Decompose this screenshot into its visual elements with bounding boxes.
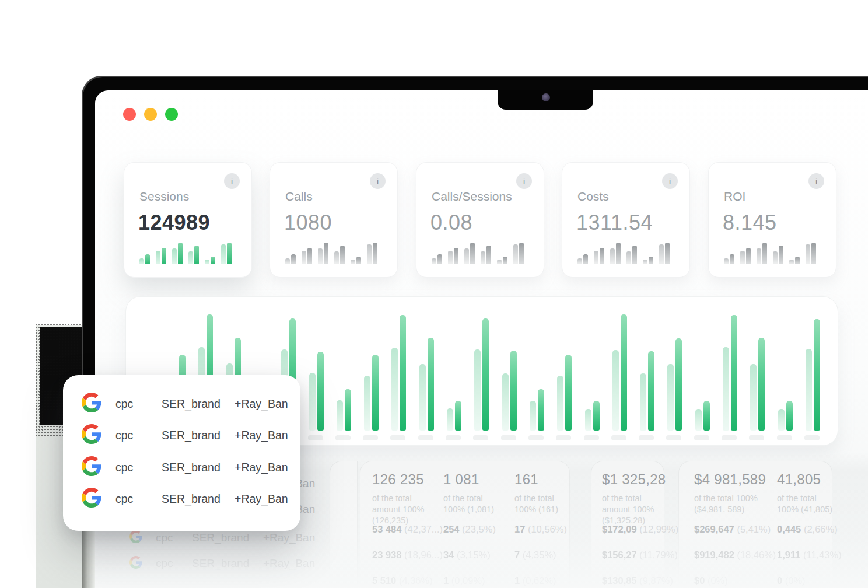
traffic-light-button[interactable] xyxy=(123,108,136,121)
kpi-value: 0.08 xyxy=(430,211,473,235)
info-icon[interactable]: i xyxy=(370,173,386,189)
camera-icon xyxy=(542,93,550,102)
page: i Sessions 124989 i Calls 1080 i Calls/S… xyxy=(0,0,868,588)
stat-column: 41,805 of the total100% (41,805) 0,445 (… xyxy=(777,471,864,515)
google-logo-icon xyxy=(130,530,156,546)
keyword-cell: +Ray_Ban xyxy=(263,557,340,570)
stat-caption-line: of the total xyxy=(602,493,690,504)
keyword-cell: +Ray_Ban xyxy=(235,492,300,506)
kpi-mini-bar-chart xyxy=(432,240,524,264)
stat-breakdown-row: 23 938 (18,96...) xyxy=(372,550,443,561)
keyword-cell: +Ray_Ban xyxy=(235,461,300,474)
keyword-list-item[interactable]: cpc SER_brand +Ray_Ban xyxy=(63,388,300,420)
network-cell: cpc xyxy=(156,557,192,570)
kpi-mini-bar-chart xyxy=(285,240,377,264)
stat-breakdown-row: $156,27 (11,79%) xyxy=(602,550,678,561)
table-row: cpc SER_brand +Ray_Ban xyxy=(130,528,340,548)
stat-breakdown-row: $130,85 (9,87%) xyxy=(602,575,678,586)
stat-caption-line: amount 100% xyxy=(602,504,690,515)
stat-total-caption: of the total100% (161) xyxy=(514,493,602,515)
google-logo-icon xyxy=(82,393,116,415)
table-row: cpc SER_brand +Ray_Ban xyxy=(130,554,340,573)
info-icon[interactable]: i xyxy=(516,173,532,189)
campaign-cell: SER_brand xyxy=(162,461,235,474)
kpi-value: 1311.54 xyxy=(576,211,653,235)
stat-total-value: 161 xyxy=(514,471,602,488)
kpi-value: 8.145 xyxy=(723,211,777,235)
campaign-cell: SER_brand xyxy=(192,557,263,570)
kpi-label: ROI xyxy=(724,190,746,204)
kpi-card[interactable]: i ROI 8.145 xyxy=(708,162,836,278)
keyword-list-item[interactable]: cpc SER_brand +Ray_Ban xyxy=(63,452,300,484)
stat-breakdown-row: 1 (0,62%) xyxy=(514,575,567,586)
network-cell: cpc xyxy=(116,397,162,411)
stat-breakdown-row: 53 484 (42,37...) xyxy=(372,524,443,535)
network-cell: cpc xyxy=(116,461,162,474)
kpi-value: 1080 xyxy=(284,211,332,235)
stat-breakdown-rows: 0,445 (2,66%)1,911 (11,43%)0 (0%) xyxy=(777,524,842,588)
traffic-light-button[interactable] xyxy=(144,108,157,121)
laptop-edge xyxy=(82,527,95,588)
stat-total-value: 41,805 xyxy=(777,471,864,488)
kpi-value: 124989 xyxy=(138,211,210,235)
stat-caption-line: 100% (161) xyxy=(514,504,602,515)
google-logo-icon xyxy=(82,456,116,479)
kpi-label: Calls xyxy=(285,190,313,204)
stat-caption-line: of the total xyxy=(777,493,864,504)
stat-column: 161 of the total100% (161) 17 (10,56%)7 … xyxy=(514,471,602,515)
stat-breakdown-row: $172,09 (12,99%) xyxy=(602,524,678,535)
network-cell: cpc xyxy=(116,492,162,506)
stat-column: $4 981,589 of the total 100%($4,981. 589… xyxy=(694,471,782,515)
keyword-list-card: cpc SER_brand +Ray_Ban cpc SER_brand +Ra… xyxy=(63,375,300,531)
google-logo-icon xyxy=(82,488,116,510)
kpi-card[interactable]: i Costs 1311.54 xyxy=(562,162,690,278)
info-icon[interactable]: i xyxy=(224,173,240,189)
campaign-cell: SER_brand xyxy=(162,397,235,411)
stat-total-caption: of the total100% (41,805) xyxy=(777,493,864,515)
campaign-cell: SER_brand xyxy=(192,531,263,544)
stat-total-value: $4 981,589 xyxy=(694,471,782,488)
kpi-card[interactable]: i Calls/Sessions 0.08 xyxy=(416,162,544,278)
kpi-label: Sessions xyxy=(139,190,189,204)
stat-breakdown-row: 5 510 (4,36%) xyxy=(372,575,443,586)
keyword-cell: +Ray_Ban xyxy=(263,531,340,544)
stat-breakdown-row: 1 (0,09%) xyxy=(443,575,496,586)
google-logo-icon xyxy=(82,424,116,447)
stat-total-value: $1 325,28 xyxy=(602,471,690,488)
stat-breakdown-row: 17 (10,56%) xyxy=(514,524,567,535)
keyword-list-item[interactable]: cpc SER_brand +Ray_Ban xyxy=(63,484,300,516)
kpi-label: Calls/Sessions xyxy=(432,190,512,204)
stat-breakdown-row: 0 (0%) xyxy=(777,575,842,586)
keyword-list-item[interactable]: cpc SER_brand +Ray_Ban xyxy=(63,420,300,452)
kpi-mini-bar-chart xyxy=(139,240,232,264)
kpi-mini-bar-chart xyxy=(578,240,670,264)
stat-caption-line: ($4,981. 589) xyxy=(694,504,782,515)
keyword-cell: +Ray_Ban xyxy=(235,397,300,411)
stat-breakdown-row: 1,911 (11,43%) xyxy=(777,550,842,561)
stat-breakdown-row: $269,647 (5,41%) xyxy=(694,524,776,535)
stat-breakdown-rows: 17 (10,56%)7 (4,35%)1 (0,62%) xyxy=(514,524,567,588)
stat-breakdown-row: 34 (3,15%) xyxy=(443,550,496,561)
stat-caption-line: of the total 100% xyxy=(694,493,782,504)
stat-breakdown-rows: $269,647 (5,41%)$919,482 (18,46%)$0 (0%) xyxy=(694,524,776,588)
network-cell: cpc xyxy=(116,429,162,442)
stat-breakdown-rows: $172,09 (12,99%)$156,27 (11,79%)$130,85 … xyxy=(602,524,678,588)
info-icon[interactable]: i xyxy=(662,173,678,189)
kpi-card[interactable]: i Sessions 124989 xyxy=(124,162,252,278)
campaign-cell: SER_brand xyxy=(162,492,235,506)
kpi-label: Costs xyxy=(578,190,609,204)
google-logo-icon xyxy=(130,556,156,572)
campaign-cell: SER_brand xyxy=(162,429,235,442)
traffic-light-button[interactable] xyxy=(165,108,178,121)
kpi-mini-bar-chart xyxy=(724,240,816,264)
stat-breakdown-rows: 53 484 (42,37...)23 938 (18,96...)5 510 … xyxy=(372,524,443,588)
network-cell: cpc xyxy=(156,531,192,544)
info-icon[interactable]: i xyxy=(808,173,824,189)
stat-breakdown-row: 7 (4,35%) xyxy=(514,550,567,561)
stat-caption-line: of the total xyxy=(514,493,602,504)
stat-caption-line: 100% (41,805) xyxy=(777,504,864,515)
stat-breakdown-row: 254 (23,5%) xyxy=(443,524,496,535)
stat-breakdown-row: $919,482 (18,46%) xyxy=(694,550,776,561)
kpi-card[interactable]: i Calls 1080 xyxy=(270,162,398,278)
stat-breakdown-row: $0 (0%) xyxy=(694,575,776,586)
